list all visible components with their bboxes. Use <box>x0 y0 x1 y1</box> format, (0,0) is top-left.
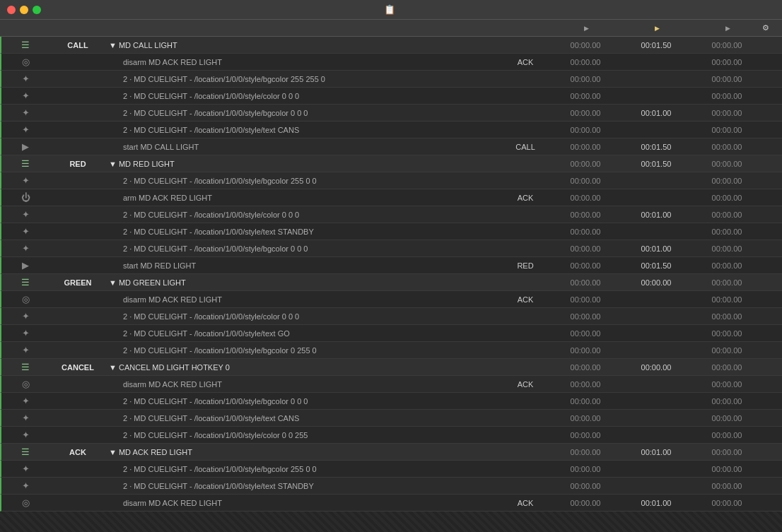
row-postwait: 00:00.00 <box>691 126 762 134</box>
col-postwait-header[interactable]: ▶ <box>691 25 762 32</box>
row-postwait: 00:00.00 <box>691 363 762 372</box>
table-row[interactable]: ✦ 2 · MD CUELIGHT - /location/1/0/0/styl… <box>0 427 782 444</box>
row-postwait: 00:00.00 <box>691 346 762 355</box>
script-icon: ✦ <box>1 345 49 355</box>
row-name: disarm MD ACK RED LIGHT <box>106 295 501 304</box>
window-controls[interactable] <box>7 6 41 14</box>
table-row[interactable]: ◎ disarm MD ACK RED LIGHT ACK 00:00.00 0… <box>0 495 782 512</box>
row-prewait: 00:00.00 <box>550 143 621 151</box>
row-name: 2 · MD CUELIGHT - /location/1/0/0/style/… <box>106 177 501 185</box>
table-row[interactable]: ✦ 2 · MD CUELIGHT - /location/1/0/0/styl… <box>0 172 782 189</box>
row-postwait: 00:00.00 <box>691 295 762 304</box>
headphones-icon: ◎ <box>1 294 49 305</box>
table-row[interactable]: ◎ disarm MD ACK RED LIGHT ACK 00:00.00 0… <box>0 54 782 71</box>
col-prewait-header[interactable]: ▶ <box>550 25 621 32</box>
start-icon: ▶ <box>1 260 49 271</box>
row-name: ▼ MD CALL LIGHT <box>106 41 501 49</box>
row-name: 2 · MD CUELIGHT - /location/1/0/0/style/… <box>106 329 501 338</box>
row-duration: 00:01.50 <box>621 143 691 151</box>
row-name: 2 · MD CUELIGHT - /location/1/0/0/style/… <box>106 346 501 355</box>
row-prewait: 00:00.00 <box>550 414 621 422</box>
table-row[interactable]: ✦ 2 · MD CUELIGHT - /location/1/0/0/styl… <box>0 342 782 359</box>
group-row[interactable]: ☰ GREEN ▼ MD GREEN LIGHT 00:00.00 00:00.… <box>0 274 782 291</box>
row-postwait: 00:00.00 <box>691 177 762 185</box>
cue-list-icon: ☰ <box>1 277 49 288</box>
row-postwait: 00:00.00 <box>691 482 762 490</box>
col-duration-header[interactable]: ▶ <box>621 25 691 32</box>
script-icon: ✦ <box>1 311 49 321</box>
row-name: 2 · MD CUELIGHT - /location/1/0/0/style/… <box>106 482 501 490</box>
row-target: ACK <box>501 194 550 202</box>
table-row[interactable]: ◎ disarm MD ACK RED LIGHT ACK 00:00.00 0… <box>0 291 782 308</box>
table-row[interactable]: ▶ start MD CALL LIGHT CALL 00:00.00 00:0… <box>0 138 782 155</box>
row-postwait: 00:00.00 <box>691 41 762 49</box>
row-target: RED <box>501 261 550 270</box>
table-row[interactable]: ⏻ arm MD ACK RED LIGHT ACK 00:00.00 00:0… <box>0 189 782 206</box>
headphones-icon: ◎ <box>1 57 49 67</box>
maximize-button[interactable] <box>33 6 41 14</box>
table-row[interactable]: ✦ 2 · MD CUELIGHT - /location/1/0/0/styl… <box>0 71 782 88</box>
row-duration: 00:01.00 <box>621 244 691 253</box>
row-name: 2 · MD CUELIGHT - /location/1/0/0/style/… <box>106 92 501 100</box>
close-button[interactable] <box>7 6 16 14</box>
row-prewait: 00:00.00 <box>550 363 621 372</box>
table-row[interactable]: ✦ 2 · MD CUELIGHT - /location/1/0/0/styl… <box>0 240 782 257</box>
row-name: ▼ MD ACK RED LIGHT <box>106 448 501 456</box>
script-icon: ✦ <box>1 413 49 423</box>
cue-list-icon: ☰ <box>1 158 49 169</box>
row-name: 2 · MD CUELIGHT - /location/1/0/0/style/… <box>106 126 501 134</box>
table-row[interactable]: ✦ 2 · MD CUELIGHT - /location/1/0/0/styl… <box>0 478 782 495</box>
script-icon: ✦ <box>1 124 49 135</box>
row-prewait: 00:00.00 <box>550 194 621 202</box>
row-postwait: 00:00.00 <box>691 278 762 287</box>
row-name: 2 · MD CUELIGHT - /location/1/0/0/style/… <box>106 227 501 236</box>
table-row[interactable]: ✦ 2 · MD CUELIGHT - /location/1/0/0/styl… <box>0 122 782 138</box>
group-row[interactable]: ☰ CANCEL ▼ CANCEL MD LIGHT HOTKEY 0 00:0… <box>0 359 782 376</box>
table-row[interactable]: ◎ disarm MD ACK RED LIGHT ACK 00:00.00 0… <box>0 376 782 393</box>
row-prewait: 00:00.00 <box>550 92 621 100</box>
row-prewait: 00:00.00 <box>550 126 621 134</box>
table-row[interactable]: ✦ 2 · MD CUELIGHT - /location/1/0/0/styl… <box>0 88 782 105</box>
row-prewait: 00:00.00 <box>550 261 621 270</box>
table-row[interactable]: ✦ 2 · MD CUELIGHT - /location/1/0/0/styl… <box>0 308 782 325</box>
row-target: ACK <box>501 499 550 507</box>
minimize-button[interactable] <box>20 6 28 14</box>
script-icon: ✦ <box>1 175 49 186</box>
row-prewait: 00:00.00 <box>550 75 621 83</box>
table-row[interactable]: ✦ 2 · MD CUELIGHT - /location/1/0/0/styl… <box>0 461 782 478</box>
table-row[interactable]: ✦ 2 · MD CUELIGHT - /location/1/0/0/styl… <box>0 223 782 240</box>
row-postwait: 00:00.00 <box>691 211 762 219</box>
script-icon: ✦ <box>1 107 49 118</box>
table-row[interactable]: ✦ 2 · MD CUELIGHT - /location/1/0/0/styl… <box>0 393 782 410</box>
table-row[interactable]: ✦ 2 · MD CUELIGHT - /location/1/0/0/styl… <box>0 206 782 223</box>
row-duration: 00:01.50 <box>621 160 691 168</box>
row-postwait: 00:00.00 <box>691 160 762 168</box>
window-title: 📋 <box>384 4 399 15</box>
headphones-icon: ◎ <box>1 497 49 508</box>
row-duration: 00:01.50 <box>621 41 691 49</box>
table-row[interactable]: ▶ start MD RED LIGHT RED 00:00.00 00:01.… <box>0 257 782 274</box>
row-prewait: 00:00.00 <box>550 227 621 236</box>
cue-list-icon: ☰ <box>1 362 49 372</box>
row-name: disarm MD ACK RED LIGHT <box>106 58 501 66</box>
row-prewait: 00:00.00 <box>550 160 621 168</box>
table-row[interactable]: ✦ 2 · MD CUELIGHT - /location/1/0/0/styl… <box>0 105 782 122</box>
group-row[interactable]: ☰ RED ▼ MD RED LIGHT 00:00.00 00:01.50 0… <box>0 155 782 172</box>
script-icon: ✦ <box>1 430 49 440</box>
table-row[interactable]: ✦ 2 · MD CUELIGHT - /location/1/0/0/styl… <box>0 410 782 427</box>
col-settings-header: ⚙ <box>762 23 782 32</box>
group-row[interactable]: ☰ ACK ▼ MD ACK RED LIGHT 00:00.00 00:01.… <box>0 444 782 461</box>
row-prewait: 00:00.00 <box>550 177 621 185</box>
row-duration: 00:01.00 <box>621 211 691 219</box>
row-target: CALL <box>501 143 550 151</box>
row-postwait: 00:00.00 <box>691 244 762 253</box>
group-row[interactable]: ☰ CALL ▼ MD CALL LIGHT 00:00.00 00:01.50… <box>0 37 782 54</box>
script-icon: ✦ <box>1 243 49 254</box>
row-prewait: 00:00.00 <box>550 499 621 507</box>
row-name: disarm MD ACK RED LIGHT <box>106 499 501 507</box>
cue-list-icon: ☰ <box>1 447 49 457</box>
table-row[interactable]: ✦ 2 · MD CUELIGHT - /location/1/0/0/styl… <box>0 325 782 342</box>
row-name: disarm MD ACK RED LIGHT <box>106 380 501 389</box>
script-icon: ✦ <box>1 209 49 220</box>
row-name: ▼ MD RED LIGHT <box>106 160 501 168</box>
